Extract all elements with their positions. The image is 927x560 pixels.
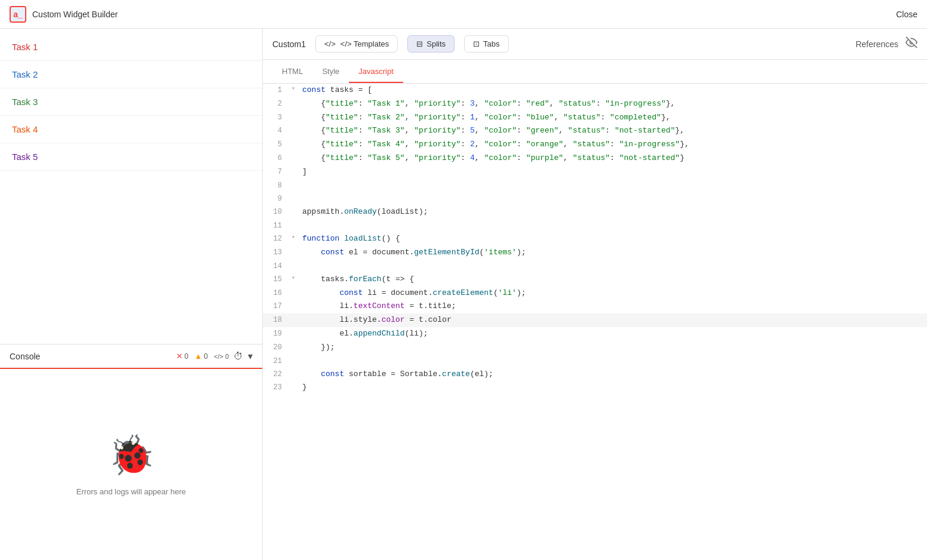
app-icon: a_: [10, 6, 26, 23]
task-list: Task 1 Task 2 Task 3 Task 4 Task 5: [0, 29, 262, 344]
references-button[interactable]: References: [855, 39, 898, 49]
code-line-23: 23 }: [263, 381, 927, 395]
task-item-5[interactable]: Task 5: [0, 143, 262, 171]
splits-button[interactable]: ⊟ Splits: [407, 35, 455, 53]
left-panel: Task 1 Task 2 Task 3 Task 4 Task 5 Conso…: [0, 29, 263, 560]
code-line-12: 12 ▾ function loadList() {: [263, 232, 927, 246]
code-line-3: 3 {"title": "Task 2", "priority": 1, "co…: [263, 111, 927, 125]
code-error-icon: </>: [214, 353, 223, 360]
code-line-9: 9: [263, 192, 927, 205]
code-line-20: 20 });: [263, 341, 927, 355]
tabs-button[interactable]: ⊡ Tabs: [464, 35, 508, 53]
widget-name: Custom1: [272, 39, 306, 49]
code-line-4: 4 {"title": "Task 3", "priority": 5, "co…: [263, 124, 927, 138]
code-editor[interactable]: 1 ▾ const tasks = [ 2 {"title": "Task 1"…: [263, 84, 927, 560]
code-line-10: 10 appsmith.onReady(loadList);: [263, 205, 927, 219]
console-header: Console ✕ 0 ▲ 0 </> 0 ⏱: [0, 344, 262, 369]
splits-icon: ⊟: [416, 39, 423, 48]
code-line-22: 22 const sortable = Sortable.create(el);: [263, 368, 927, 381]
code-line-16: 16 const li = document.createElement('li…: [263, 287, 927, 300]
top-bar-left: a_ Custom Widget Builder: [10, 6, 118, 23]
code-tabs: HTML Style Javascript: [263, 60, 927, 84]
right-panel: Custom1 </> </> Templates ⊟ Splits ⊡ Tab…: [263, 29, 927, 560]
code-line-2: 2 {"title": "Task 1", "priority": 3, "co…: [263, 97, 927, 111]
top-bar: a_ Custom Widget Builder Close: [0, 0, 927, 29]
task-item-4[interactable]: Task 4: [0, 116, 262, 143]
code-line-8: 8: [263, 179, 927, 192]
console-body: 🐞 Errors and logs will appear here: [0, 369, 262, 560]
code-line-1: 1 ▾ const tasks = [: [263, 84, 927, 97]
tab-style[interactable]: Style: [312, 61, 349, 83]
editor-top-bar: Custom1 </> </> Templates ⊟ Splits ⊡ Tab…: [263, 29, 927, 60]
code-line-7: 7 ]: [263, 165, 927, 179]
tabs-icon: ⊡: [473, 39, 480, 48]
code-line-18: 18 li.style.color = t.color: [263, 313, 927, 327]
error-badge: ✕ 0: [176, 352, 189, 361]
code-line-14: 14: [263, 260, 927, 273]
code-line-11: 11: [263, 219, 927, 232]
code-line-13: 13 const el = document.getElementById('i…: [263, 246, 927, 260]
templates-button[interactable]: </> </> Templates: [315, 35, 398, 53]
code-icon: </>: [324, 39, 336, 48]
main-layout: Task 1 Task 2 Task 3 Task 4 Task 5 Conso…: [0, 29, 927, 560]
eye-off-button[interactable]: [905, 36, 917, 51]
warning-badge: ▲ 0: [194, 352, 208, 361]
code-line-5: 5 {"title": "Task 4", "priority": 2, "co…: [263, 138, 927, 152]
code-line-17: 17 li.textContent = t.title;: [263, 300, 927, 313]
app-title: Custom Widget Builder: [32, 10, 118, 19]
code-line-15: 15 ▾ tasks.forEach(t => {: [263, 273, 927, 287]
close-button[interactable]: Close: [896, 10, 917, 19]
bug-icon: 🐞: [108, 433, 155, 478]
code-line-6: 6 {"title": "Task 5", "priority": 4, "co…: [263, 152, 927, 165]
console-title: Console: [10, 352, 40, 361]
error-icon: ✕: [176, 352, 183, 361]
code-line-19: 19 el.appendChild(li);: [263, 327, 927, 341]
warning-icon: ▲: [194, 352, 202, 361]
editor-top-right: References: [855, 36, 917, 51]
code-line-21: 21: [263, 355, 927, 368]
tab-javascript[interactable]: Javascript: [349, 61, 403, 83]
editor-top-left: Custom1 </> </> Templates ⊟ Splits ⊡ Tab…: [272, 35, 509, 53]
console-icons: ⏱ ▾: [234, 350, 253, 362]
task-item-2[interactable]: Task 2: [0, 61, 262, 88]
clock-icon-button[interactable]: ⏱: [234, 351, 243, 362]
expand-icon-button[interactable]: ▾: [248, 350, 253, 362]
console-empty-text: Errors and logs will appear here: [76, 487, 186, 496]
console-badges: ✕ 0 ▲ 0 </> 0: [176, 352, 229, 361]
task-item-3[interactable]: Task 3: [0, 88, 262, 116]
console-panel: Console ✕ 0 ▲ 0 </> 0 ⏱: [0, 344, 262, 560]
task-item-1[interactable]: Task 1: [0, 33, 262, 61]
code-error-badge: </> 0: [214, 353, 229, 360]
tab-html[interactable]: HTML: [272, 61, 312, 83]
